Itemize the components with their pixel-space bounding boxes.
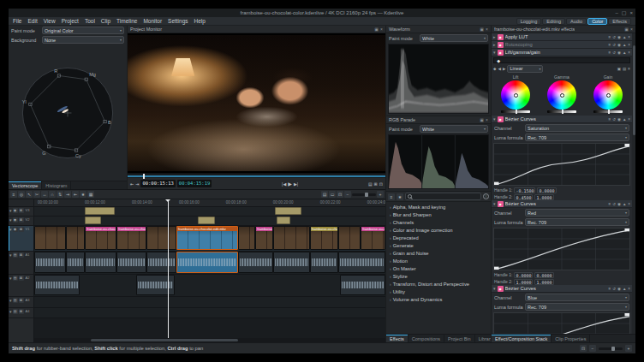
track-A2[interactable] [34,275,385,297]
chevron-down-icon[interactable]: ▾ [493,50,496,55]
effect-category-blur-and-sharpen[interactable]: ›Blur and Sharpen [386,211,491,218]
timeline-clip[interactable]: framboise-ou-chocolat-edit.mkv [255,226,273,250]
mute-track-icon[interactable]: ▤ [13,252,18,258]
lift-color-wheel[interactable] [501,80,530,110]
effect-category-generate[interactable]: ›Generate [386,241,491,249]
track-V1[interactable]: framboise-ou-chocolat-edit.mkvframboise-… [34,226,385,252]
zoom-out-icon[interactable]: − [589,345,596,352]
delete-effect-icon[interactable]: × [628,202,630,206]
vectorscope-background-select[interactable]: None▾ [42,36,124,44]
keyframe-interpolation-select[interactable]: Linear▾ [507,65,543,73]
track-head-V2[interactable]: ▾ ◉ ⊠ V2 [9,217,33,226]
effect-category-on-master[interactable]: ›On Master [386,264,491,272]
timeline-clip[interactable] [85,207,115,215]
timeline-zoom-slider[interactable] [599,347,623,350]
gamma-color-wheel[interactable] [547,80,576,110]
parade-paint-mode-select[interactable]: White▾ [420,125,488,133]
play-icon[interactable]: ▶ [288,180,292,188]
timeline-clip[interactable] [85,252,116,273]
maximize-icon[interactable]: ▢ [622,9,627,17]
browser-tab-project-bin[interactable]: Project Bin [444,335,475,342]
zone-out-icon[interactable]: ⇥ [135,180,139,188]
browser-tab-effects[interactable]: Effects [386,335,408,342]
track-A4[interactable] [34,308,385,318]
effect-category-utility[interactable]: ›Utility [386,288,491,295]
monitor-timecode[interactable]: 00:00:15:13 [140,180,175,187]
effects-search-input[interactable] [405,193,481,200]
effect-row-bezier-curves[interactable]: ▾ ◆ Bézier Curves≡↺◉▲× [492,285,632,293]
presets-menu-icon[interactable]: ≡ [609,287,611,291]
monitor-audio-icon[interactable]: ▤ [368,180,373,188]
timeline-clip[interactable] [34,275,80,295]
enable-effect-icon[interactable]: ◉ [617,50,621,55]
hide-track-icon[interactable]: ◉ [13,227,18,232]
reset-effect-icon[interactable]: ↺ [612,35,616,39]
audio-mixer-icon[interactable]: ▤ [321,191,328,198]
delete-effect-icon[interactable]: × [628,117,630,122]
timeline-clip[interactable] [66,252,86,273]
timeline-clip[interactable] [198,217,216,224]
chevron-down-icon[interactable]: ▾ [9,276,12,281]
track-head-A1[interactable]: ▾ ▤ ⊠ A1 [9,252,33,275]
add-keyframe-icon[interactable]: ◆ [493,67,496,71]
chevron-down-icon[interactable]: ▾ [9,227,12,232]
lock-track-icon[interactable]: ⊠ [19,276,24,281]
copy-keyframes-icon[interactable]: ▣ [617,67,621,71]
video-viewport[interactable] [128,33,385,173]
presets-menu-icon[interactable]: ≡ [609,202,611,206]
monitor-seekbar[interactable] [128,173,385,178]
curve-editor[interactable] [493,312,630,334]
timeline-clip[interactable] [277,217,290,224]
timeline-clip[interactable] [273,226,310,250]
timeline-clip[interactable] [85,217,100,224]
spacer-tool-icon[interactable]: ↔ [41,191,48,198]
workspace-editing[interactable]: Editing [542,18,565,25]
timeline-clip[interactable] [273,252,310,273]
menu-settings[interactable]: Settings [168,18,188,24]
chevron-right-icon[interactable]: ▸ [493,34,496,39]
timeline-clip[interactable] [116,252,146,273]
move-up-icon[interactable]: ▲ [623,35,626,39]
move-up-icon[interactable]: ▲ [623,287,626,291]
effect-category-grain-and-noise[interactable]: ›Grain and Noise [386,249,491,257]
chevron-down-icon[interactable]: ▾ [9,309,12,314]
next-keyframe-icon[interactable]: ▶ [503,67,505,71]
titlebar[interactable]: framboise-ou-chocolat-color.kdenlive / 4… [9,9,635,17]
handle2-x-input[interactable]: 1.0000 [514,279,533,285]
keyframe-ruler[interactable]: ◆ [493,57,630,63]
chevron-down-icon[interactable]: ▾ [9,252,12,258]
timeline-clip[interactable] [136,275,175,295]
delete-effect-icon[interactable]: × [628,35,630,39]
enable-effect-icon[interactable]: ◉ [617,117,621,122]
effect-row-bezier-curves[interactable]: ▾ ◆ Bézier Curves≡↺◉▲× [492,200,632,208]
presets-menu-icon[interactable]: ≡ [609,43,611,47]
preview-render-icon[interactable]: ▦ [87,191,94,198]
lock-track-icon[interactable]: ⊠ [19,298,24,303]
effect-row-apply-lut[interactable]: ▸ ◆ Apply LUT≡↺◉▲× [492,33,632,41]
lock-track-icon[interactable]: ⊠ [19,309,24,314]
handle2-y-input[interactable]: 1.0000 [534,279,553,285]
timeline-clip[interactable]: framboise-ou-chocolat-edit.mkv [116,226,146,250]
timeline-clip[interactable] [338,226,361,250]
timeline-playhead[interactable] [168,199,169,342]
menu-timeline[interactable]: Timeline [116,18,137,24]
track-A3[interactable] [34,297,385,308]
menu-tool[interactable]: Tool [85,18,95,24]
effect-category-stylize[interactable]: ›Stylize [386,272,491,280]
track-head-V3[interactable]: ▾ ◉ ⊠ V3 [9,207,33,217]
timeline-zoom-slider[interactable] [352,193,376,196]
monitor-zone-duration[interactable]: 00:04:15:19 [177,180,212,187]
hide-track-icon[interactable]: ◉ [13,208,18,213]
gamma-level-slider[interactable] [547,110,576,113]
keyframe-icon[interactable]: ◆ [497,58,500,63]
monitor-playhead[interactable] [143,174,145,179]
enable-effect-icon[interactable]: ◉ [617,43,621,47]
favorite-effects-icon[interactable]: ★ [397,193,403,200]
timeline-clip[interactable] [66,226,86,250]
effect-category-motion[interactable]: ›Motion [386,257,491,264]
keyframe-options-icon[interactable]: ≡ [628,67,630,71]
luma-formula-select[interactable]: Rec. 709▾ [525,303,629,311]
effect-category-transform-distort-and-perspective[interactable]: ›Transform, Distort and Perspective [386,280,491,288]
timeline-clip[interactable] [238,226,256,250]
chevron-down-icon[interactable]: ▾ [9,217,12,223]
